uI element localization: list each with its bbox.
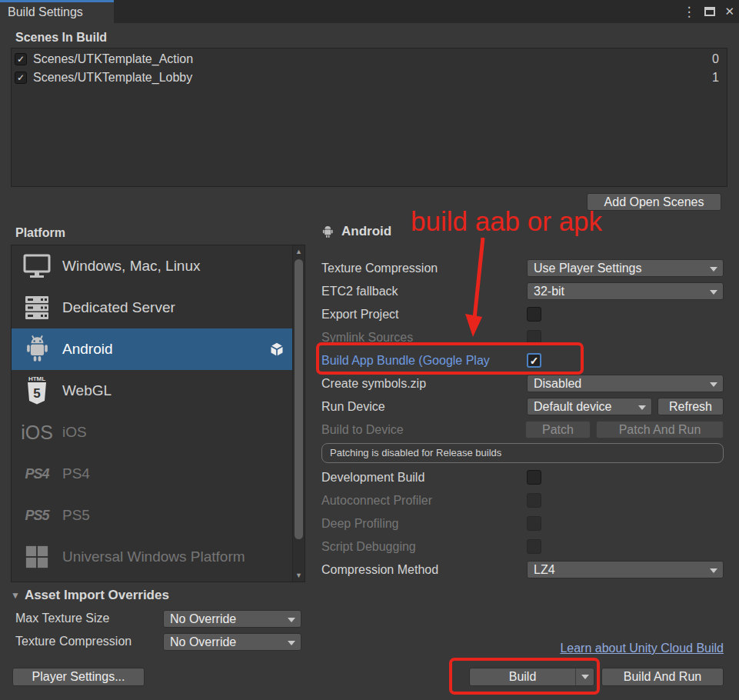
add-open-scenes-button[interactable]: Add Open Scenes — [587, 193, 721, 211]
windows-icon — [12, 545, 62, 569]
platform-header: Platform — [15, 226, 65, 240]
html5-icon-top: HTML — [28, 375, 45, 382]
row-export-project: Export Project — [321, 305, 724, 323]
platform-item-webgl[interactable]: HTML 5 WebGL — [12, 370, 305, 412]
platform-item-android[interactable]: Android — [12, 328, 305, 370]
asset-import-overrides-foldout[interactable]: ▼ Asset Import Overrides — [11, 588, 169, 603]
texture-compression-dropdown[interactable]: Use Player Settings — [527, 259, 724, 277]
scene-checkbox[interactable]: ✓ — [15, 72, 27, 84]
row-development-build: Development Build — [321, 468, 724, 486]
scene-row[interactable]: ✓ Scenes/UTKTemplate_Lobby 1 — [12, 68, 727, 87]
export-project-label: Export Project — [321, 308, 398, 322]
platform-item-ps5[interactable]: PS5 PS5 — [12, 495, 305, 536]
monitor-icon — [12, 253, 62, 279]
row-compression-method: Compression Method LZ4 — [321, 561, 724, 578]
scene-checkbox[interactable]: ✓ — [15, 53, 27, 65]
row-build-to-device: Build to Device Patch Patch And Run — [321, 421, 724, 438]
build-split-button[interactable]: Build — [469, 668, 594, 686]
unity-logo-icon — [269, 342, 285, 357]
server-icon — [12, 295, 62, 321]
deep-profiling-label: Deep Profiling — [321, 517, 399, 531]
symlink-sources-checkbox — [527, 330, 541, 345]
platform-item-ios[interactable]: iOS iOS — [12, 412, 305, 453]
platform-label: PS4 — [62, 465, 90, 482]
texture-compression-override-dropdown[interactable]: No Override — [163, 633, 301, 651]
script-debugging-checkbox — [527, 539, 541, 554]
build-button[interactable]: Build — [470, 668, 575, 685]
cloud-build-link[interactable]: Learn about Unity Cloud Build — [560, 642, 724, 655]
annotation-note: build aab or apk — [411, 206, 602, 237]
row-run-device: Run Device Default device Refresh — [321, 398, 724, 415]
close-icon[interactable]: ✕ — [724, 5, 734, 18]
scene-label: Scenes/UTKTemplate_Lobby — [33, 71, 192, 85]
texture-compression-label: Texture Compression — [321, 262, 438, 275]
maximize-icon[interactable] — [704, 7, 715, 16]
foldout-triangle-icon[interactable]: ▼ — [11, 590, 20, 601]
build-to-device-label: Build to Device — [321, 423, 404, 437]
row-symlink-sources: Symlink Sources — [321, 328, 724, 346]
compression-method-dropdown[interactable]: LZ4 — [527, 561, 724, 578]
patch-and-run-button: Patch And Run — [596, 421, 724, 438]
scenes-list: ✓ Scenes/UTKTemplate_Action 0 ✓ Scenes/U… — [11, 48, 727, 187]
build-app-bundle-checkbox[interactable]: ✓ — [527, 353, 541, 368]
android-header-label: Android — [341, 224, 391, 239]
kebab-menu-icon[interactable]: ⋮ — [682, 5, 695, 18]
scroll-up-icon[interactable]: ▲ — [293, 245, 305, 258]
symlink-sources-label: Symlink Sources — [321, 331, 413, 345]
window-tab[interactable]: Build Settings — [0, 0, 114, 23]
export-project-checkbox[interactable] — [527, 307, 541, 322]
row-texture-compression: Texture Compression Use Player Settings — [321, 259, 724, 277]
row-etc2-fallback: ETC2 fallback 32-bit — [321, 282, 724, 300]
build-dropdown-arrow-icon[interactable] — [575, 668, 594, 685]
patching-help-box: Patching is disabled for Release builds — [321, 443, 724, 463]
html5-icon-number: 5 — [33, 386, 40, 401]
max-texture-size-dropdown[interactable]: No Override — [163, 610, 301, 628]
max-texture-size-label: Max Texture Size — [15, 612, 109, 625]
row-autoconnect-profiler: Autoconnect Profiler — [321, 492, 724, 509]
autoconnect-profiler-label: Autoconnect Profiler — [321, 494, 432, 508]
platform-scrollbar[interactable]: ▲ ▼ — [292, 245, 305, 582]
row-deep-profiling: Deep Profiling — [321, 515, 724, 532]
asset-import-overrides-header: Asset Import Overrides — [25, 588, 169, 603]
window-controls: ⋮ ✕ — [682, 0, 734, 23]
compression-method-label: Compression Method — [321, 563, 438, 577]
platform-list: Windows, Mac, Linux Dedicated — [11, 245, 305, 582]
player-settings-button[interactable]: Player Settings... — [12, 668, 145, 686]
check-icon: ✓ — [530, 355, 539, 366]
platform-item-windows-mac-linux[interactable]: Windows, Mac, Linux — [12, 245, 305, 287]
android-icon — [320, 225, 335, 239]
ps5-icon: PS5 — [12, 508, 62, 524]
scroll-down-icon[interactable]: ▼ — [293, 569, 305, 582]
row-create-symbols-zip: Create symbols.zip Disabled — [321, 375, 724, 392]
scene-label: Scenes/UTKTemplate_Action — [33, 52, 193, 66]
development-build-label: Development Build — [321, 471, 424, 485]
platform-label: PS5 — [62, 507, 90, 524]
scenes-in-build-header: Scenes In Build — [15, 31, 107, 45]
etc2-fallback-dropdown[interactable]: 32-bit — [527, 282, 724, 300]
scene-index: 1 — [712, 71, 727, 85]
autoconnect-profiler-checkbox — [527, 493, 541, 508]
scene-row[interactable]: ✓ Scenes/UTKTemplate_Action 0 — [12, 50, 727, 68]
platform-item-dedicated-server[interactable]: Dedicated Server — [12, 287, 305, 328]
platform-label: Windows, Mac, Linux — [62, 258, 201, 275]
android-settings-header: Android — [320, 224, 391, 239]
platform-label: iOS — [62, 424, 87, 441]
platform-label: Android — [62, 341, 113, 358]
development-build-checkbox[interactable] — [527, 470, 541, 485]
refresh-button[interactable]: Refresh — [657, 398, 724, 415]
script-debugging-label: Script Debugging — [321, 540, 416, 554]
create-symbols-zip-dropdown[interactable]: Disabled — [527, 375, 724, 392]
run-device-dropdown[interactable]: Default device — [527, 398, 652, 415]
title-bar: Build Settings ⋮ ✕ — [0, 0, 739, 23]
platform-item-ps4[interactable]: PS4 PS4 — [12, 453, 305, 495]
platform-item-uwp[interactable]: Universal Windows Platform — [12, 536, 305, 578]
platform-label: Dedicated Server — [62, 299, 175, 316]
build-app-bundle-label: Build App Bundle (Google Play — [321, 354, 490, 368]
row-script-debugging: Script Debugging — [321, 538, 724, 555]
patch-button: Patch — [525, 421, 591, 438]
build-settings-window: Build Settings ⋮ ✕ Scenes In Build ✓ Sce… — [0, 0, 739, 700]
ps4-icon: PS4 — [12, 466, 62, 482]
create-symbols-zip-label: Create symbols.zip — [321, 377, 426, 391]
build-and-run-button[interactable]: Build And Run — [601, 668, 724, 686]
scrollbar-thumb[interactable] — [295, 259, 303, 539]
